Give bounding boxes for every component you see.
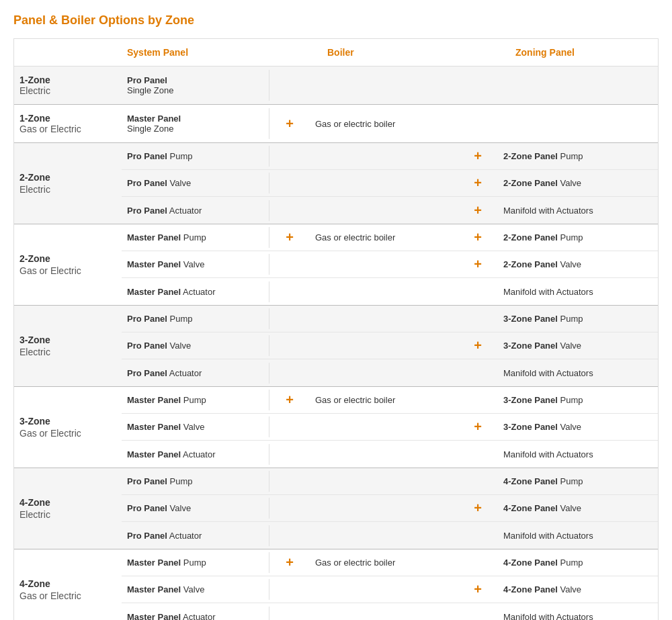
- zoning-cell: [498, 80, 646, 91]
- zoning-cell: Manifold with Actuators: [498, 363, 646, 384]
- boiler-cell: [310, 151, 458, 162]
- zone-name: 4-Zone: [19, 578, 116, 589]
- zoning-rest: Pump: [558, 476, 583, 486]
- rows-area: Master Panel Pump+Gas or electric boiler…: [122, 549, 658, 620]
- plus-boiler-icon: +: [269, 392, 310, 408]
- boiler-cell: [310, 503, 458, 514]
- zoning-cell: 2-Zone Panel Pump: [498, 227, 646, 248]
- table-body: 1-ZoneElectricPro PanelSingle Zone1-Zone…: [14, 67, 658, 620]
- zoning-rest: Pump: [558, 395, 583, 405]
- panel-rest: Pump: [167, 314, 193, 324]
- zone-name: 2-Zone: [19, 253, 116, 264]
- boiler-cell: [310, 584, 458, 595]
- panel-bold: Pro Panel: [127, 178, 167, 188]
- zoning-rest: Pump: [558, 558, 583, 568]
- panel-cell: Master Panel Actuator: [122, 281, 269, 302]
- zoning-cell: 3-Zone Panel Pump: [498, 390, 646, 410]
- panel-bold: Pro Panel: [127, 341, 167, 351]
- zone-type: Electric: [19, 85, 50, 96]
- rows-area: Pro Panel Pump4-Zone Panel PumpPro Panel…: [122, 468, 658, 549]
- zone-label: 2-ZoneElectric: [14, 143, 122, 224]
- rows-area: Pro Panel Pump3-Zone Panel PumpPro Panel…: [122, 306, 658, 386]
- table-row: Master Panel Valve+3-Zone Panel Valve: [122, 414, 658, 441]
- zone-type: Electric: [19, 184, 116, 195]
- section-inner: 3-ZoneElectricPro Panel Pump3-Zone Panel…: [14, 306, 658, 386]
- zone-label: 3-ZoneElectric: [14, 306, 122, 386]
- boiler-cell: [310, 205, 458, 216]
- panel-rest: Valve: [181, 259, 204, 269]
- section-inner: 4-ZoneGas or ElectricMaster Panel Pump+G…: [14, 549, 658, 620]
- section-inner: 2-ZoneGas or ElectricMaster Panel Pump+G…: [14, 224, 658, 305]
- plus-zoning-icon: +: [458, 175, 498, 191]
- boiler-cell: [310, 341, 458, 351]
- zoning-cell: 2-Zone Panel Pump: [498, 146, 646, 167]
- table-section-3zone-gaselectric: 3-ZoneGas or ElectricMaster Panel Pump+G…: [14, 387, 658, 468]
- panel-cell: Pro Panel Pump: [122, 146, 269, 167]
- panel-bold: Master Panel: [127, 395, 181, 405]
- table-section-2zone-gaselectric: 2-ZoneGas or ElectricMaster Panel Pump+G…: [14, 224, 658, 306]
- table-row: Pro Panel ActuatorManifold with Actuator…: [122, 522, 658, 549]
- zoning-rest: Pump: [558, 314, 583, 324]
- table-row: Master Panel ActuatorManifold with Actua…: [122, 441, 658, 468]
- zoning-bold: 4-Zone Panel: [503, 584, 558, 594]
- zoning-cell: Manifold with Actuators: [498, 281, 646, 302]
- plus-zoning-icon: +: [458, 257, 498, 272]
- panel-rest: Valve: [181, 584, 204, 594]
- rows-area: Master Panel Pump+Gas or electric boiler…: [122, 224, 658, 305]
- panel-bold: Master Panel: [127, 584, 181, 594]
- zone-name: 1-Zone: [19, 113, 50, 124]
- panel-cell: Master PanelSingle Zone: [122, 108, 269, 139]
- panel-rest: Actuator: [181, 287, 215, 297]
- table-row: Pro Panel Valve+2-Zone Panel Valve: [122, 170, 658, 197]
- zoning-rest: Valve: [558, 259, 581, 269]
- panel-rest: Valve: [167, 178, 191, 188]
- zoning-bold: 4-Zone Panel: [503, 476, 558, 486]
- plus-zoning-icon: +: [458, 148, 498, 164]
- panel-bold: Master Panel: [127, 232, 181, 242]
- boiler-cell: [310, 259, 458, 270]
- panel-bold: Pro Panel: [127, 75, 167, 85]
- zoning-bold: 3-Zone Panel: [503, 422, 558, 432]
- boiler-cell: [310, 611, 458, 620]
- panel-cell: Master Panel Actuator: [122, 444, 269, 465]
- panel-rest: Actuator: [181, 612, 215, 621]
- zone-type: Electric: [19, 347, 116, 357]
- zoning-cell: 3-Zone Panel Pump: [498, 308, 646, 329]
- panel-rest: Pump: [181, 395, 206, 405]
- zoning-rest: Pump: [558, 151, 583, 161]
- panel-bold: Pro Panel: [127, 531, 167, 541]
- zoning-bold: 4-Zone Panel: [503, 503, 558, 513]
- zoning-bold: 2-Zone Panel: [503, 259, 558, 269]
- section-inner: 3-ZoneGas or ElectricMaster Panel Pump+G…: [14, 387, 658, 468]
- table-section-2zone-electric: 2-ZoneElectricPro Panel Pump+2-Zone Pane…: [14, 143, 658, 224]
- zone-name: 4-Zone: [19, 497, 116, 508]
- zoning-rest: Valve: [558, 503, 581, 513]
- panel-rest: Single Zone: [127, 124, 173, 134]
- table-row: Master Panel Pump+Gas or electric boiler…: [122, 387, 658, 414]
- zone-name: 3-Zone: [19, 416, 116, 427]
- zoning-cell: Manifold with Actuators: [498, 200, 646, 221]
- zoning-cell: 2-Zone Panel Valve: [498, 254, 646, 275]
- table-row: Pro Panel Pump+2-Zone Panel Pump: [122, 143, 658, 170]
- zone-label: 1-ZoneGas or Electric: [14, 107, 122, 140]
- zone-label: 3-ZoneGas or Electric: [14, 387, 122, 468]
- plus-zoning-icon: +: [458, 230, 498, 245]
- zoning-cell: 4-Zone Panel Valve: [498, 498, 646, 519]
- zoning-bold: 3-Zone Panel: [503, 314, 558, 324]
- zoning-bold: 3-Zone Panel: [503, 341, 558, 351]
- zone-name: 1-Zone: [19, 75, 50, 85]
- panel-cell: Pro Panel Valve: [122, 173, 269, 193]
- panel-cell: Pro PanelSingle Zone: [122, 70, 269, 101]
- panel-cell: Master Panel Actuator: [122, 607, 269, 621]
- table-row: Master Panel Valve+4-Zone Panel Valve: [122, 576, 658, 603]
- table-row: 1-ZoneElectricPro PanelSingle Zone: [14, 67, 658, 104]
- plus-zoning-icon: +: [458, 203, 498, 218]
- zoning-bold: Manifold with Actuators: [503, 206, 593, 216]
- zoning-rest: Valve: [558, 341, 581, 351]
- panel-rest: Actuator: [167, 206, 202, 216]
- boiler-cell: [310, 80, 458, 91]
- header-col1: [14, 44, 122, 60]
- panel-rest: Valve: [181, 422, 204, 432]
- plus-zoning-icon: +: [458, 582, 498, 597]
- zone-type: Electric: [19, 509, 116, 520]
